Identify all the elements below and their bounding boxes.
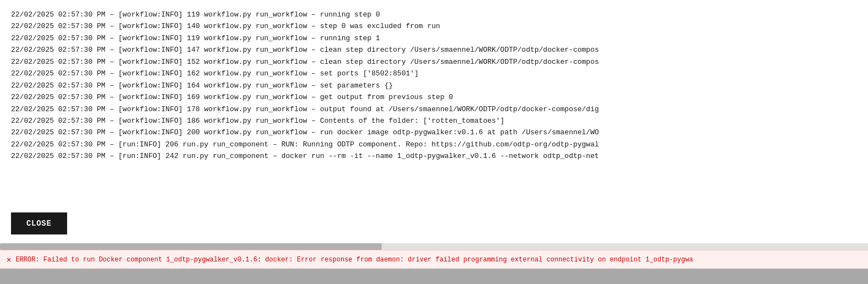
log-line: 22/02/2025 02:57:30 PM – [workflow:INFO]…	[11, 32, 857, 44]
log-line: 22/02/2025 02:57:30 PM – [workflow:INFO]…	[11, 20, 857, 32]
log-line: 22/02/2025 02:57:30 PM – [workflow:INFO]…	[11, 127, 857, 138]
log-line: 22/02/2025 02:57:30 PM – [workflow:INFO]…	[11, 103, 857, 115]
error-icon: ✕	[7, 255, 11, 264]
log-line: 22/02/2025 02:57:30 PM – [workflow:INFO]…	[11, 115, 857, 127]
log-line: 22/02/2025 02:57:30 PM – [workflow:INFO]…	[11, 9, 857, 20]
error-bar: ✕ ERROR: Failed to run Docker component …	[0, 250, 868, 269]
modal-overlay: 22/02/2025 02:57:30 PM – [workflow:INFO]…	[0, 0, 868, 284]
log-line: 22/02/2025 02:57:30 PM – [workflow:INFO]…	[11, 80, 857, 91]
log-line: 22/02/2025 02:57:30 PM – [workflow:INFO]…	[11, 68, 857, 79]
scrollbar-thumb[interactable]	[0, 243, 382, 250]
error-text: ERROR: Failed to run Docker component 1_…	[15, 256, 693, 264]
log-line: 22/02/2025 02:57:30 PM – [workflow:INFO]…	[11, 56, 857, 68]
log-line: 22/02/2025 02:57:30 PM – [workflow:INFO]…	[11, 91, 857, 103]
log-output-area: 22/02/2025 02:57:30 PM – [workflow:INFO]…	[0, 0, 868, 204]
log-line: 22/02/2025 02:57:30 PM – [workflow:INFO]…	[11, 44, 857, 56]
modal-dialog: 22/02/2025 02:57:30 PM – [workflow:INFO]…	[0, 0, 868, 269]
close-button-area: CLOSE	[0, 204, 868, 243]
horizontal-scrollbar[interactable]	[0, 243, 868, 250]
log-line: 22/02/2025 02:57:30 PM – [run:INFO] 242 …	[11, 150, 857, 162]
close-button[interactable]: CLOSE	[11, 212, 67, 234]
log-line: 22/02/2025 02:57:30 PM – [run:INFO] 206 …	[11, 139, 857, 150]
